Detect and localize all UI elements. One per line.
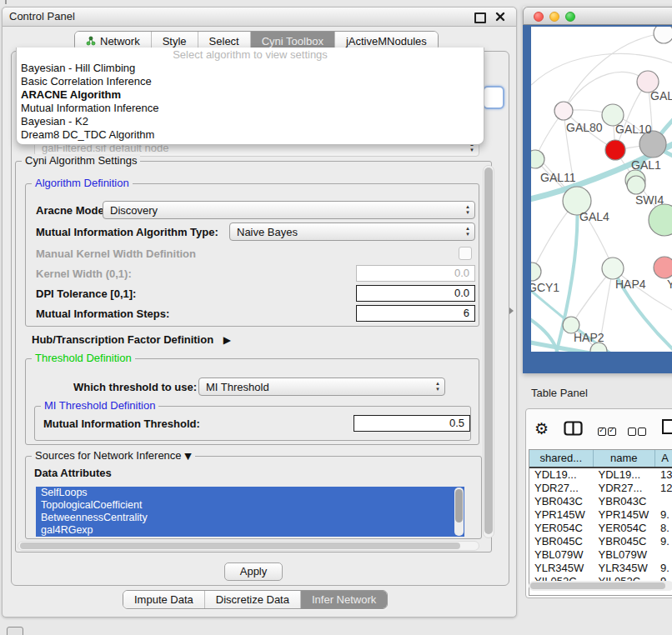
dropdown-item-bayesian-k2[interactable]: Bayesian - K2 [17,115,484,128]
aracne-mode-combo[interactable]: Discovery ▲▼ [103,201,475,219]
column-header-name[interactable]: name [594,450,656,467]
dropdown-item-dream8-dc-tdc-algorithm[interactable]: Dream8 DC_TDC Algorithm [17,128,484,142]
mi-threshold-label: Mutual Information Threshold: [43,418,200,430]
kernel-width-field[interactable]: 0.0 [356,265,475,282]
control-panel-title: Control Panel [9,8,75,26]
tab-label: jActiveMNodules [346,35,427,48]
dropdown-item-bayesian-hill-climbing[interactable]: Bayesian - Hill Climbing [17,62,484,75]
gear-icon[interactable]: ⚙ [534,419,549,438]
network-canvas[interactable]: GALGAL80GAL10GAL11GAL1SWI4GAL4HAP4YGCY1H… [531,27,672,352]
dropdown-item-aracne-algorithm[interactable]: ARACNE Algorithm [17,88,484,102]
dropdown-item-mutual-information-inference[interactable]: Mutual Information Inference [17,102,484,115]
network-node-gcy1[interactable] [531,262,541,281]
zoom-traffic-light[interactable] [565,12,575,22]
network-node[interactable] [654,27,672,43]
table-cell: YBL079W [594,548,656,562]
table-cell: YDL19... [594,468,656,482]
network-node-gal11[interactable] [531,150,544,168]
splitter-arrow-icon[interactable] [509,308,514,314]
control-panel-window: Control Panel NetworkStyleSelectCyni Too… [2,7,517,618]
mi-threshold-field[interactable]: 0.5 [354,415,470,432]
close-traffic-light[interactable] [534,12,544,22]
minimize-traffic-light[interactable] [549,12,559,22]
network-view-frame: GALGAL80GAL10GAL11GAL1SWI4GAL4HAP4YGCY1H… [523,25,672,373]
attributes-list-scrollbar[interactable] [454,488,464,536]
deselect-all-checkboxes-icon[interactable] [628,424,648,437]
table-row[interactable]: YER054CYER054C8. [529,522,672,535]
which-threshold-combo[interactable]: MI Threshold ▲▼ [198,378,445,396]
manual-kernel-checkbox[interactable] [459,247,472,260]
algorithm-combo-focus-cap[interactable] [483,86,504,109]
tab-discretize-data[interactable]: Discretize Data [204,591,300,608]
network-edge[interactable] [564,72,648,111]
columns-icon[interactable] [564,421,583,436]
table-cell: 9. [655,562,672,575]
sources-group: Sources for Network Inference ▼ Data Att… [25,456,482,539]
select-all-checkboxes-icon[interactable]: ✓✓ [598,424,618,437]
node-label-gal1: GAL1 [631,158,661,172]
attributes-list-scroll-thumb[interactable] [455,489,463,522]
mi-type-value: Naive Bayes [237,226,298,238]
mi-steps-field[interactable]: 6 [356,305,475,322]
data-attributes-list: SelfLoopsTopologicalCoefficientBetweenne… [36,487,464,537]
dropdown-item-basic-correlation-inference[interactable]: Basic Correlation Inference [17,75,484,88]
network-node[interactable] [605,140,625,160]
table-panel-title: Table Panel [531,387,588,399]
collapsed-panel-chip[interactable] [7,627,23,635]
combo-arrows-icon: ▲▼ [465,204,470,216]
float-window-icon[interactable] [474,12,486,23]
table-cell: YPR145W [529,508,594,522]
threshold-definition-title: Threshold Definition [32,352,135,364]
network-node-swi4[interactable] [627,176,645,194]
attribute-item-gal4rgexp[interactable]: gal4RGexp [36,524,464,537]
new-table-icon[interactable] [661,418,672,435]
table-body: YDL19...YDL19...13YDR27...YDR27...12YBR0… [529,468,672,588]
combo-arrows-icon: ▲▼ [435,381,440,392]
tab-impute-data[interactable]: Impute Data [123,591,204,608]
hub-definition-label: Hub/Transcription Factor Definition [32,333,213,346]
table-horizontal-scrollbar[interactable] [529,581,672,591]
network-view-window: GALGAL80GAL10GAL11GAL1SWI4GAL4HAP4YGCY1H… [523,7,672,373]
apply-button[interactable]: Apply [224,562,283,581]
expanded-arrow-icon[interactable]: ▼ [184,451,191,462]
settings-vscroll-thumb[interactable] [484,168,493,534]
collapsed-arrow-icon: ▶ [223,334,231,346]
dpi-tolerance-field[interactable]: 0.0 [356,285,475,302]
table-row[interactable]: YBR043CYBR043C [529,495,672,508]
table-cell: YBR045C [594,535,656,548]
settings-hscroll-thumb[interactable] [20,542,460,549]
close-icon[interactable] [495,12,505,22]
table-row[interactable]: YBL079WYBL079W [529,548,672,562]
table-row[interactable]: YLR345WYLR345W9. [529,562,672,575]
table-cell: 12 [655,482,672,495]
table-hscroll-thumb[interactable] [530,582,665,589]
tab-infer-network[interactable]: Infer Network [300,591,387,608]
kernel-width-label: Kernel Width (0,1): [36,268,132,280]
attribute-item-topologicalcoefficient[interactable]: TopologicalCoefficient [36,499,464,512]
node-label-gal80: GAL80 [566,121,603,134]
table-row[interactable]: YPR145WYPR145W9. [529,508,672,522]
mi-type-combo[interactable]: Naive Bayes ▲▼ [229,222,475,241]
column-header-shared[interactable]: shared... [529,450,594,467]
table-row[interactable]: YBR045CYBR045C9. [529,535,672,548]
table-row[interactable]: YDL19...YDL19...13 [529,468,672,482]
attribute-item-betweennesscentrality[interactable]: BetweennessCentrality [36,512,464,524]
aracne-mode-value: Discovery [110,204,158,217]
control-panel-titlebar: Control Panel [3,8,516,27]
settings-horizontal-scrollbar[interactable] [18,541,479,551]
node-label-gal11: GAL11 [540,171,576,184]
table-cell [655,548,672,562]
hub-definition-toggle[interactable]: Hub/Transcription Factor Definition ▶ [32,333,231,346]
network-node-hap4[interactable] [602,258,624,279]
network-node-y[interactable] [654,257,672,278]
settings-vertical-scrollbar[interactable] [483,165,494,538]
network-node-gal80[interactable] [554,102,573,120]
attribute-item-selfloops[interactable]: SelfLoops [36,487,464,499]
network-node[interactable] [649,204,672,236]
table-row[interactable]: YDR27...YDR27...12 [529,482,672,495]
column-header-a[interactable]: A [655,450,672,467]
table-cell: YBR045C [529,535,594,548]
table-cell: YER054C [594,522,656,535]
table-cell: YLR345W [529,562,594,575]
table-cell: YER054C [529,522,594,535]
